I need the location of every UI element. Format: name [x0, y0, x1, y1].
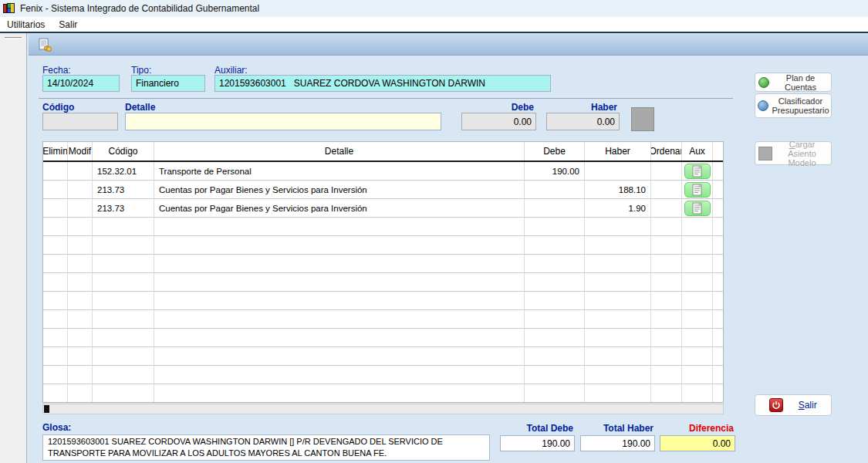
cargar-asiento-modelo-button[interactable]: Cargar Asiento Modelo — [755, 141, 832, 165]
cell-debe — [525, 273, 585, 291]
cell-ordenar — [651, 273, 682, 291]
cell-debe: 190.00 — [525, 162, 585, 180]
cell-debe — [525, 366, 585, 384]
header-debe[interactable]: Debe — [525, 142, 585, 161]
table-row[interactable]: 213.73Cuentas por Pagar Bienes y Servici… — [43, 199, 723, 218]
total-haber-input[interactable] — [580, 435, 655, 451]
menu-salir[interactable]: Salir — [52, 17, 84, 32]
header-elimin[interactable]: Elimin — [43, 142, 68, 161]
cell-codigo — [93, 273, 154, 291]
cell-ordenar — [651, 218, 682, 235]
cargar-asiento-label: Cargar Asiento Modelo — [776, 140, 828, 167]
debe-entry-label: Debe — [461, 102, 534, 113]
cell-haber — [585, 273, 651, 291]
detalle-entry-label: Detalle — [125, 102, 155, 113]
clasificador-label: Clasificador Presupuestario — [772, 96, 829, 115]
header-ordenar[interactable]: Ordenar — [651, 142, 682, 161]
scrollbar-thumb[interactable] — [44, 405, 49, 413]
cell-modif — [68, 292, 93, 309]
cell-detalle: Cuentas por Pagar Bienes y Servicios par… — [154, 181, 525, 198]
header-modif[interactable]: Modif — [68, 142, 93, 161]
save-record-button[interactable] — [36, 36, 53, 53]
header-aux[interactable]: Aux — [682, 142, 713, 161]
cell-aux — [682, 273, 713, 291]
detalle-entry-input[interactable] — [125, 113, 441, 130]
cell-detalle: Cuentas por Pagar Bienes y Servicios par… — [154, 199, 525, 217]
cell-aux — [682, 292, 713, 309]
table-row[interactable]: 152.32.01Transporte de Personal190.00 — [43, 162, 723, 181]
total-debe-label: Total Debe — [500, 423, 573, 434]
green-sphere-icon — [758, 77, 769, 88]
auxiliar-label: Auxiliar: — [214, 65, 248, 76]
cell-debe — [525, 292, 585, 309]
cell-aux — [682, 181, 713, 198]
tipo-input[interactable] — [131, 75, 205, 92]
cell-aux — [682, 347, 713, 365]
glosa-text[interactable]: 1201593603001 SUAREZ CORDOVA WASHINGTON … — [42, 434, 490, 461]
grid-horizontal-scrollbar[interactable] — [42, 404, 724, 414]
cell-detalle — [154, 218, 525, 235]
cell-elimin — [43, 236, 68, 254]
fecha-input[interactable] — [42, 75, 120, 92]
cell-end — [713, 181, 723, 198]
debe-entry-input[interactable] — [461, 113, 536, 130]
add-entry-button[interactable] — [631, 107, 654, 131]
cell-codigo — [93, 384, 154, 402]
diferencia-input[interactable] — [660, 435, 735, 451]
auxiliar-input[interactable] — [214, 75, 551, 92]
cell-aux — [682, 310, 713, 328]
cell-codigo — [93, 218, 154, 235]
cell-elimin — [43, 329, 68, 346]
codigo-entry-input[interactable] — [42, 113, 118, 130]
menu-utilitarios[interactable]: Utilitarios — [0, 17, 52, 32]
cell-debe — [525, 384, 585, 402]
cell-codigo — [93, 366, 154, 384]
aux-button[interactable] — [684, 164, 711, 179]
application-window: Fenix - Sistema Integrado de Contabilida… — [0, 0, 868, 463]
cell-end — [713, 366, 723, 384]
table-row-empty — [43, 236, 723, 255]
salir-button[interactable]: Salir — [755, 394, 832, 416]
header-detalle[interactable]: Detalle — [154, 142, 525, 161]
cell-codigo — [93, 329, 154, 346]
total-debe-input[interactable] — [500, 435, 575, 451]
cell-modif — [68, 273, 93, 291]
salir-label: Salir — [799, 400, 817, 411]
table-row-empty — [43, 255, 723, 273]
left-splitter-panel[interactable] — [0, 33, 27, 463]
cell-haber — [585, 236, 651, 254]
aux-button[interactable] — [684, 201, 711, 216]
app-icon — [3, 2, 15, 15]
cell-end — [713, 310, 723, 328]
aux-button[interactable] — [684, 182, 711, 198]
cell-debe — [525, 310, 585, 328]
cell-haber — [585, 384, 651, 402]
grid-header: Elimin Modif Código Detalle Debe Haber O… — [43, 142, 723, 162]
plan-de-cuentas-label: Plan de Cuentas — [773, 73, 828, 92]
cell-modif — [68, 255, 93, 272]
cell-ordenar — [651, 347, 682, 365]
header-codigo[interactable]: Código — [93, 142, 154, 161]
plan-de-cuentas-button[interactable]: Plan de Cuentas — [755, 73, 832, 92]
cell-aux — [682, 218, 713, 235]
cell-end — [713, 236, 723, 254]
table-row[interactable]: 213.73Cuentas por Pagar Bienes y Servici… — [43, 181, 723, 199]
cell-end — [713, 384, 723, 402]
cell-ordenar — [651, 162, 682, 180]
header-haber[interactable]: Haber — [585, 142, 651, 161]
cell-codigo — [93, 310, 154, 328]
table-row-empty — [43, 366, 723, 384]
cell-detalle — [154, 366, 525, 384]
cell-aux — [682, 366, 713, 384]
cell-aux — [682, 384, 713, 402]
haber-entry-label: Haber — [546, 102, 617, 113]
document-icon — [692, 184, 703, 196]
clasificador-presupuestario-button[interactable]: Clasificador Presupuestario — [755, 93, 832, 118]
cell-haber — [585, 162, 651, 180]
cell-elimin — [43, 347, 68, 365]
cell-ordenar — [651, 329, 682, 346]
cell-aux — [682, 329, 713, 346]
cell-end — [713, 255, 723, 272]
haber-entry-input[interactable] — [546, 113, 620, 130]
cell-detalle — [154, 273, 525, 291]
